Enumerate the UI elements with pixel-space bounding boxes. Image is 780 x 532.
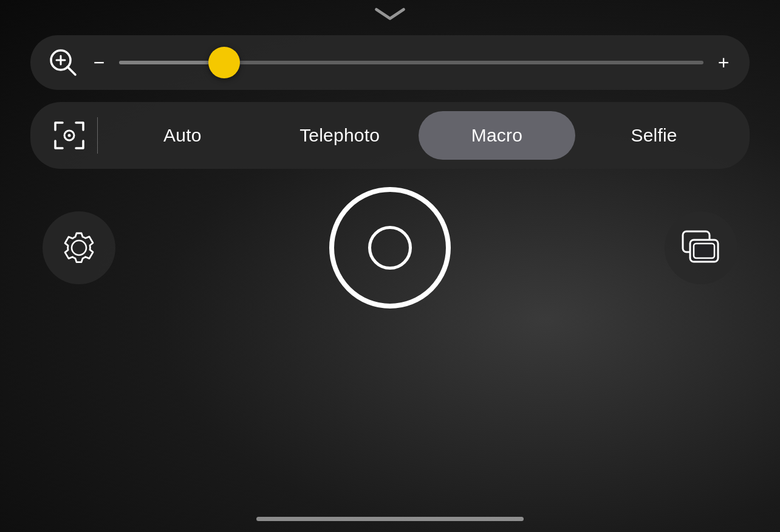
svg-point-5	[68, 134, 71, 137]
mode-divider	[97, 117, 98, 154]
settings-button[interactable]	[43, 211, 115, 284]
gear-icon	[60, 228, 98, 267]
zoom-increase-button[interactable]: +	[714, 52, 733, 74]
shutter-button[interactable]	[329, 187, 451, 309]
gallery-button[interactable]	[665, 211, 737, 284]
controls-row	[30, 187, 750, 309]
mode-macro[interactable]: Macro	[419, 111, 576, 160]
shutter-inner	[368, 226, 412, 270]
mode-telephoto[interactable]: Telephoto	[261, 111, 419, 160]
zoom-slider-thumb[interactable]	[208, 47, 240, 78]
svg-line-1	[67, 67, 75, 75]
zoom-slider[interactable]	[119, 61, 703, 64]
gallery-icon	[680, 230, 722, 265]
mode-selfie[interactable]: Selfie	[575, 111, 733, 160]
mode-bar: Auto Telephoto Macro Selfie	[30, 102, 750, 169]
chevron-handle[interactable]	[30, 5, 750, 23]
zoom-decrease-button[interactable]: −	[90, 52, 108, 74]
zoom-bar: − +	[30, 35, 750, 90]
zoom-in-icon	[47, 47, 79, 78]
home-indicator	[256, 517, 524, 521]
camera-mode-icon[interactable]	[47, 114, 91, 157]
chevron-down-icon[interactable]	[372, 5, 408, 23]
mode-auto[interactable]: Auto	[104, 111, 261, 160]
